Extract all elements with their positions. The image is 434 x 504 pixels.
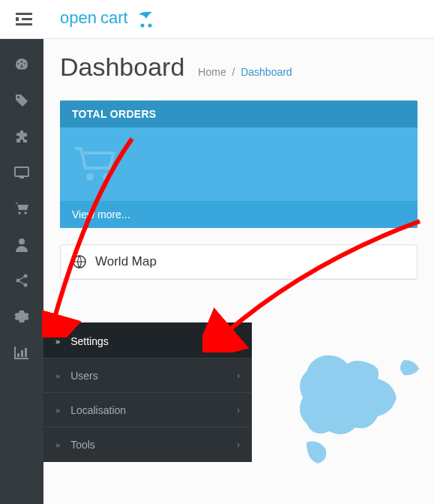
chevron-right-icon: › [237, 405, 240, 416]
sidebar-item-catalog[interactable] [0, 82, 43, 118]
page-header: Dashboard Home / Dashboard [60, 52, 418, 82]
svg-point-12 [19, 238, 25, 244]
gear-icon [14, 309, 29, 324]
breadcrumb-current[interactable]: Dashboard [241, 66, 292, 78]
svg-rect-8 [15, 167, 28, 176]
sidebar-item-extensions[interactable] [0, 118, 43, 154]
submenu-label: Users [70, 370, 98, 382]
sidebar-item-sales[interactable] [0, 190, 43, 226]
svg-rect-1 [22, 18, 32, 20]
chevron-double-right-icon: » [55, 440, 60, 449]
svg-rect-0 [16, 13, 32, 15]
svg-point-10 [18, 212, 21, 214]
svg-rect-17 [21, 350, 23, 357]
submenu-label: Localisation [70, 404, 126, 416]
svg-rect-9 [19, 177, 24, 178]
breadcrumb-home: Home [198, 66, 226, 78]
submenu-item-users[interactable]: » Users › [43, 358, 252, 393]
globe-icon [73, 255, 86, 268]
cart-large-icon [73, 146, 118, 183]
svg-rect-2 [16, 23, 32, 26]
sidebar-item-dashboard[interactable] [0, 46, 43, 82]
menu-indent-icon [16, 13, 32, 26]
chevron-double-right-icon: » [55, 371, 60, 380]
breadcrumb: Home / Dashboard [198, 66, 292, 78]
svg-point-19 [86, 173, 94, 181]
submenu-label: Settings [70, 335, 109, 347]
sidebar-nav [0, 39, 43, 504]
chevron-double-right-icon: » [55, 337, 60, 346]
chevron-double-right-icon: » [55, 406, 60, 415]
user-icon [15, 237, 28, 252]
design-icon [14, 166, 29, 178]
svg-rect-3 [16, 17, 19, 21]
svg-text:open: open [60, 8, 97, 27]
chevron-right-icon: › [237, 370, 240, 381]
svg-rect-18 [25, 348, 27, 357]
sidebar-item-system[interactable] [0, 298, 43, 334]
chevron-right-icon: › [237, 440, 240, 450]
stats-icon [14, 346, 29, 359]
svg-point-11 [24, 212, 27, 214]
panel-title: World Map [95, 254, 157, 269]
sidebar-item-marketing[interactable] [0, 262, 43, 298]
total-orders-widget: TOTAL ORDERS View more... [60, 100, 418, 228]
svg-point-13 [16, 279, 20, 283]
top-bar: open cart [0, 0, 434, 39]
widget-body [60, 128, 418, 201]
svg-point-15 [24, 284, 28, 287]
svg-point-20 [103, 173, 110, 181]
tag-icon [14, 93, 29, 108]
sidebar-item-customers[interactable] [0, 226, 43, 262]
svg-rect-16 [17, 353, 19, 357]
world-map-silhouette [292, 352, 434, 488]
logo[interactable]: open cart [60, 7, 176, 32]
extension-icon [14, 129, 29, 144]
svg-point-6 [141, 23, 145, 27]
submenu-item-tools[interactable]: » Tools › [43, 428, 252, 462]
submenu-label: Tools [70, 439, 95, 451]
submenu-item-localisation[interactable]: » Localisation › [43, 393, 252, 428]
page-title: Dashboard [60, 52, 184, 82]
svg-point-7 [148, 23, 152, 27]
system-submenu: » Settings » Users › » Localisation › » … [43, 322, 252, 462]
sidebar-item-reports[interactable] [0, 334, 43, 370]
opencart-logo-icon: open cart [60, 7, 176, 32]
menu-toggle-button[interactable] [9, 4, 39, 34]
share-icon [14, 273, 29, 288]
world-map-panel: World Map [60, 244, 418, 280]
cart-icon [14, 202, 29, 215]
widget-view-more-link[interactable]: View more... [60, 201, 418, 228]
widget-title: TOTAL ORDERS [60, 100, 418, 128]
submenu-item-settings[interactable]: » Settings [43, 324, 252, 358]
svg-text:cart: cart [100, 8, 128, 27]
dashboard-icon [14, 57, 29, 72]
panel-title-row: World Map [61, 245, 417, 279]
svg-point-14 [24, 274, 28, 278]
sidebar-item-design[interactable] [0, 154, 43, 190]
